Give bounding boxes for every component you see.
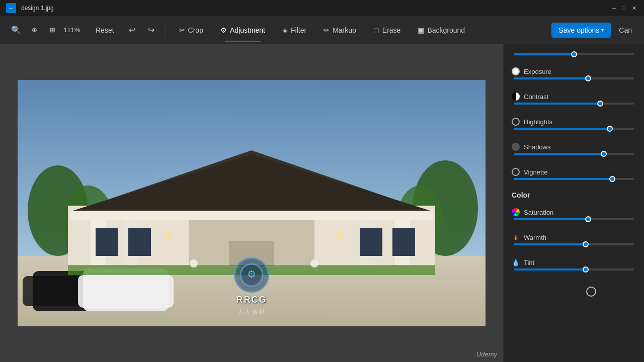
highlights-label: Highlights	[524, 118, 552, 126]
svg-point-27	[190, 259, 198, 267]
tint-slider[interactable]	[514, 268, 634, 270]
contrast-icon	[512, 93, 520, 101]
erase-tool[interactable]: ◻ Erase	[366, 23, 408, 37]
filter-tool[interactable]: ◈ Filter	[275, 23, 313, 37]
warmth-label: Warmth	[524, 234, 546, 241]
shadows-icon	[512, 143, 520, 151]
toolbar: 🔍 ⊕ ⊞ 111% Reset ↩ ↪ ✂ Crop ⚙ Adjustment…	[0, 16, 644, 44]
svg-point-28	[310, 259, 318, 267]
highlights-slider[interactable]	[514, 128, 634, 130]
vignette-section: Vignette	[504, 161, 644, 186]
window-title: design 1.jpg	[21, 5, 54, 12]
svg-rect-19	[392, 228, 415, 256]
highlights-section: Highlights	[504, 111, 644, 136]
exposure-slider[interactable]	[514, 77, 634, 79]
markup-tool[interactable]: ✏ Markup	[316, 23, 363, 37]
svg-rect-18	[360, 228, 382, 256]
main-area: ⚙ RRCG 人人素材 Udemy Exposure	[0, 44, 644, 362]
zoom-in-button[interactable]: ⊕	[26, 22, 42, 38]
udemy-badge: Udemy	[476, 350, 497, 358]
crop-tool[interactable]: ✂ Crop	[172, 23, 210, 37]
shadows-label: Shadows	[524, 143, 550, 151]
top-slider-row	[504, 49, 644, 57]
warmth-section: 🌡 Warmth	[504, 226, 644, 251]
reset-button[interactable]: Reset	[89, 23, 121, 37]
vignette-slider[interactable]	[514, 178, 634, 180]
saturation-section: Saturation	[504, 201, 644, 226]
zoom-out-button[interactable]: 🔍	[8, 22, 24, 38]
svg-point-21	[337, 233, 343, 239]
title-bar: ← design 1.jpg ─ □ ✕	[0, 0, 644, 16]
warmth-slider[interactable]	[514, 243, 634, 245]
cancel-button[interactable]: Can	[615, 23, 636, 38]
vignette-icon	[512, 168, 520, 176]
tint-label: Tint	[524, 259, 534, 266]
saturation-label: Saturation	[524, 209, 553, 216]
redo-button[interactable]: ↪	[143, 22, 159, 38]
image-canvas: ⚙ RRCG 人人素材	[18, 80, 486, 326]
zoom-group: 🔍 ⊕ ⊞ 111%	[8, 22, 82, 38]
toolbar-right: Save options ▾ Can	[551, 23, 636, 38]
exposure-section: Exposure	[504, 60, 644, 85]
saturation-slider[interactable]	[514, 218, 634, 220]
canvas-area: ⚙ RRCG 人人素材 Udemy	[0, 44, 503, 362]
adjustment-tool[interactable]: ⚙ Adjustment	[213, 23, 272, 37]
top-slider-track[interactable]	[514, 53, 634, 55]
tint-icon: 💧	[512, 258, 520, 266]
warmth-icon: 🌡	[512, 233, 520, 241]
contrast-slider[interactable]	[514, 103, 634, 105]
background-tool[interactable]: ▣ Background	[411, 23, 472, 37]
maximize-button[interactable]: □	[622, 5, 628, 11]
color-section-label: Color	[504, 186, 644, 201]
separator	[166, 23, 166, 37]
minimize-button[interactable]: ─	[612, 5, 618, 11]
exposure-icon	[512, 67, 520, 75]
svg-text:⚙: ⚙	[247, 268, 256, 280]
undo-button[interactable]: ↩	[124, 22, 140, 38]
zoom-level-display: 111%	[62, 26, 82, 34]
right-panel: Exposure Contrast	[503, 44, 644, 362]
svg-rect-17	[128, 228, 151, 256]
svg-rect-25	[78, 275, 174, 308]
exposure-label: Exposure	[524, 68, 551, 75]
shadows-section: Shadows	[504, 136, 644, 161]
fit-button[interactable]: ⊞	[44, 22, 60, 38]
save-options-button[interactable]: Save options ▾	[551, 23, 611, 38]
contrast-label: Contrast	[524, 93, 548, 101]
highlights-icon	[512, 118, 520, 126]
close-button[interactable]: ✕	[632, 5, 638, 11]
window-controls: ─ □ ✕	[612, 5, 638, 11]
watermark-main-text: RRCG	[236, 295, 267, 305]
svg-rect-16	[96, 228, 118, 256]
chevron-down-icon: ▾	[601, 27, 604, 33]
vignette-label: Vignette	[524, 168, 547, 176]
watermark-sub-text: 人人素材	[237, 307, 266, 316]
back-button[interactable]: ←	[6, 3, 16, 13]
contrast-section: Contrast	[504, 85, 644, 111]
saturation-icon	[512, 208, 520, 216]
tint-section: 💧 Tint	[504, 251, 644, 277]
watermark-logo: ⚙	[234, 257, 269, 293]
svg-point-20	[166, 233, 172, 239]
shadows-slider[interactable]	[514, 153, 634, 155]
watermark: ⚙ RRCG 人人素材	[234, 257, 269, 316]
svg-rect-9	[70, 211, 433, 220]
